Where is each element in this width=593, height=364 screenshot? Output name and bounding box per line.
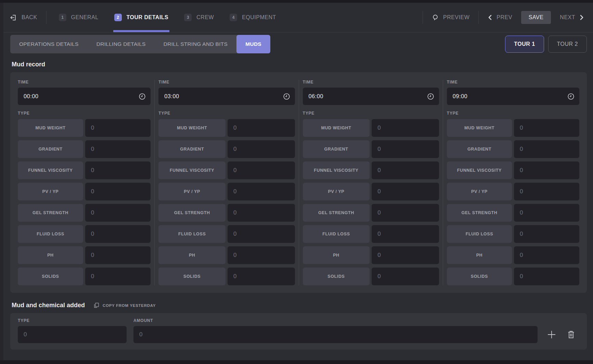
- mud-value-input[interactable]: [85, 140, 151, 158]
- mud-value-input[interactable]: [372, 140, 439, 158]
- tab-muds[interactable]: MUDS: [236, 35, 270, 53]
- mud-type-chip: MUD WEIGHT: [18, 119, 83, 137]
- mud-record-row: SOLIDS: [158, 268, 295, 285]
- toolbar-divider: [423, 11, 423, 24]
- mud-type-chip: GRADIENT: [303, 140, 370, 158]
- mud-record-column: TIME TYPE MUD WEIGHT GRADIENT FUNNEL VIS…: [154, 80, 298, 285]
- mud-value-input[interactable]: [228, 268, 295, 285]
- mud-record-row: FLUID LOSS: [18, 225, 151, 243]
- mud-value-input[interactable]: [514, 204, 579, 222]
- time-input[interactable]: [158, 88, 295, 105]
- mud-record-row: SOLIDS: [303, 268, 439, 285]
- tour-2-button[interactable]: TOUR 2: [548, 36, 587, 53]
- mud-record-row: GEL STRENGTH: [303, 204, 439, 222]
- mud-record-row: PH: [447, 246, 579, 264]
- type-label: TYPE: [447, 111, 579, 116]
- mud-value-input[interactable]: [228, 246, 295, 264]
- chevron-left-icon: [488, 15, 492, 20]
- tour-details-screen: BACK 1 GENERAL 2 TOUR DETAILS 3 CREW 4 E…: [0, 0, 593, 364]
- chemical-amount-field: AMOUNT: [133, 318, 538, 343]
- mud-value-input[interactable]: [514, 119, 579, 137]
- step-number-badge: 3: [184, 14, 192, 21]
- step-crew[interactable]: 3 CREW: [184, 3, 214, 32]
- preview-button[interactable]: PREVIEW: [432, 14, 469, 21]
- back-button[interactable]: BACK: [10, 14, 37, 22]
- mud-value-input[interactable]: [372, 183, 439, 200]
- mud-type-chip: PH: [158, 246, 225, 264]
- mud-added-header: Mud and chemical added COPY FROM YESTERD…: [12, 302, 587, 309]
- tab-operations-details[interactable]: OPERATIONS DETAILS: [10, 35, 88, 53]
- chemical-type-input[interactable]: [18, 326, 127, 343]
- mud-value-input[interactable]: [228, 204, 295, 222]
- mud-record-row: GRADIENT: [18, 140, 151, 158]
- mud-type-rows: MUD WEIGHT GRADIENT FUNNEL VISCOSITY PV …: [303, 119, 439, 285]
- mud-value-input[interactable]: [514, 225, 579, 243]
- mud-record-row: GEL STRENGTH: [158, 204, 295, 222]
- time-input[interactable]: [18, 88, 151, 105]
- mud-value-input[interactable]: [514, 161, 579, 179]
- type-label: TYPE: [158, 111, 295, 116]
- mud-type-chip: FLUID LOSS: [447, 225, 512, 243]
- save-button[interactable]: SAVE: [521, 11, 551, 24]
- next-button[interactable]: NEXT: [560, 14, 584, 21]
- mud-record-row: MUD WEIGHT: [447, 119, 579, 137]
- clock-icon[interactable]: [427, 92, 435, 100]
- step-tour-details[interactable]: 2 TOUR DETAILS: [114, 3, 169, 32]
- mud-value-input[interactable]: [228, 183, 295, 200]
- mud-value-input[interactable]: [228, 161, 295, 179]
- mud-value-input[interactable]: [85, 225, 151, 243]
- mud-added-title: Mud and chemical added: [12, 302, 85, 309]
- mud-value-input[interactable]: [228, 140, 295, 158]
- mud-value-input[interactable]: [514, 246, 579, 264]
- mud-type-chip: FLUID LOSS: [303, 225, 370, 243]
- mud-type-chip: FUNNEL VISCOSITY: [447, 161, 512, 179]
- tour-1-button[interactable]: TOUR 1: [505, 36, 544, 53]
- prev-button[interactable]: PREV: [488, 14, 512, 21]
- mud-value-input[interactable]: [228, 225, 295, 243]
- time-field: [303, 88, 439, 105]
- mud-record-column: TIME TYPE MUD WEIGHT GRADIENT FUNNEL VIS…: [10, 80, 154, 285]
- mud-record-row: MUD WEIGHT: [18, 119, 151, 137]
- mud-value-input[interactable]: [372, 268, 439, 285]
- copy-from-yesterday-button[interactable]: COPY FROM YESTERDAY: [91, 302, 158, 309]
- mud-value-input[interactable]: [514, 183, 579, 200]
- clock-icon[interactable]: [567, 92, 575, 100]
- mud-value-input[interactable]: [85, 246, 151, 264]
- mud-type-chip: SOLIDS: [303, 268, 370, 285]
- step-general[interactable]: 1 GENERAL: [59, 3, 99, 32]
- clock-icon[interactable]: [138, 92, 146, 100]
- delete-row-button[interactable]: [567, 330, 575, 339]
- mud-value-input[interactable]: [85, 268, 151, 285]
- mud-record-card: TIME TYPE MUD WEIGHT GRADIENT FUNNEL VIS…: [10, 72, 587, 293]
- mud-value-input[interactable]: [228, 119, 295, 137]
- chemical-amount-input[interactable]: [133, 326, 538, 343]
- mud-value-input[interactable]: [372, 204, 439, 222]
- add-row-button[interactable]: [546, 329, 557, 340]
- time-label: TIME: [447, 80, 579, 84]
- step-number-badge: 1: [59, 14, 66, 21]
- mud-value-input[interactable]: [372, 246, 439, 264]
- mud-value-input[interactable]: [372, 119, 439, 137]
- mud-value-input[interactable]: [514, 140, 579, 158]
- time-input[interactable]: [447, 88, 579, 105]
- mud-type-chip: MUD WEIGHT: [447, 119, 512, 137]
- mud-value-input[interactable]: [372, 225, 439, 243]
- time-input[interactable]: [303, 88, 439, 105]
- tab-drilling-details[interactable]: DRILLING DETAILS: [88, 35, 155, 53]
- clock-icon[interactable]: [283, 92, 291, 100]
- mud-record-row: MUD WEIGHT: [158, 119, 295, 137]
- mud-record-row: PV / YP: [158, 183, 295, 200]
- mud-type-chip: GRADIENT: [447, 140, 512, 158]
- mud-value-input[interactable]: [85, 161, 151, 179]
- mud-value-input[interactable]: [85, 119, 151, 137]
- mud-value-input[interactable]: [372, 161, 439, 179]
- mud-record-row: GRADIENT: [447, 140, 579, 158]
- mud-value-input[interactable]: [85, 183, 151, 200]
- mud-type-chip: PV / YP: [158, 183, 225, 200]
- mud-record-row: FLUID LOSS: [158, 225, 295, 243]
- sub-tabs-row: OPERATIONS DETAILS DRILLING DETAILS DRIL…: [10, 35, 587, 53]
- mud-value-input[interactable]: [514, 268, 579, 285]
- step-equipment[interactable]: 4 EQUIPMENT: [230, 3, 276, 32]
- tab-drill-string-and-bits[interactable]: DRILL STRING AND BITS: [155, 35, 236, 53]
- mud-value-input[interactable]: [85, 204, 151, 222]
